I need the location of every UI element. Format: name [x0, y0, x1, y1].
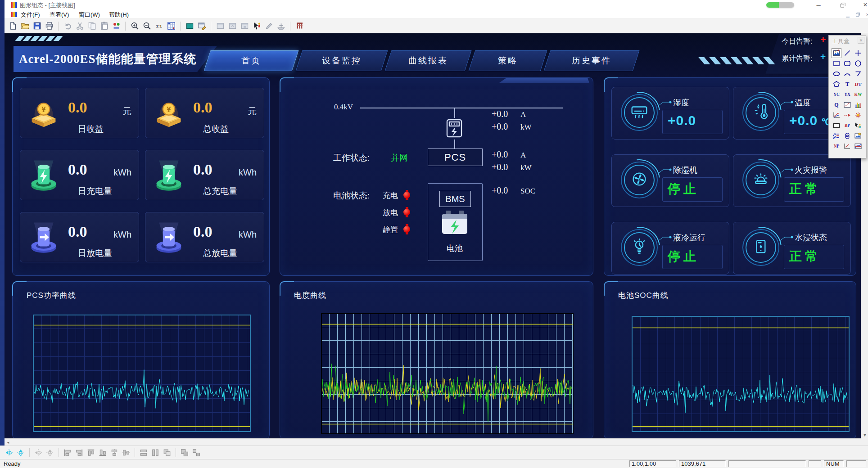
align-toolbar-ungroup-button[interactable] — [192, 448, 201, 457]
align-toolbar-same-width-button[interactable] — [139, 448, 148, 457]
toolbar-cursor-object-button[interactable] — [252, 22, 261, 31]
tool-rectangle[interactable] — [832, 58, 841, 68]
scroll-left-button[interactable]: ◂ — [5, 439, 12, 446]
toolbar-zoom-1-1-button[interactable]: 1:1 — [154, 22, 163, 31]
toolbar-save-button[interactable] — [32, 22, 41, 31]
tool-datetime[interactable]: DT — [853, 79, 863, 89]
scroll-down-button[interactable]: ▼ — [861, 432, 868, 438]
tab-device-monitor[interactable]: 设备监控 — [299, 50, 384, 71]
tool-rounded-rectangle[interactable] — [842, 58, 852, 68]
tab-curve-report[interactable]: 曲线报表 — [388, 50, 468, 71]
toolbox-close-button[interactable]: ✕ — [858, 37, 864, 44]
align-toolbar-align-center-horizontal-button[interactable] — [110, 448, 119, 457]
pcs-box[interactable]: PCS — [428, 148, 483, 166]
toolbar-open-button[interactable] — [20, 22, 29, 31]
alignment-toolbar — [0, 446, 868, 459]
tool-polyline[interactable] — [853, 69, 863, 79]
align-toolbar-align-center-vertical-button[interactable] — [122, 448, 131, 457]
toolbar-cut-button[interactable] — [75, 22, 84, 31]
stat-card-total-discharge: 0.0 kWh 总放电量 — [145, 212, 264, 262]
align-toolbar-flip-vertical-button[interactable] — [16, 448, 25, 457]
align-toolbar-align-right-button[interactable] — [75, 448, 84, 457]
menu-help[interactable]: 帮助(H) — [109, 11, 129, 19]
menu-file[interactable]: 文件(F) — [21, 11, 40, 19]
tool-polygon[interactable] — [832, 79, 841, 89]
tool-line[interactable] — [842, 48, 852, 58]
tool-text[interactable]: T — [842, 79, 852, 89]
tool-crosshair[interactable] — [853, 48, 863, 58]
mdi-close-button[interactable]: × — [863, 12, 868, 18]
toolbar-new-button[interactable] — [8, 22, 17, 31]
mdi-minimize-button[interactable]: ▁ — [844, 12, 852, 18]
tool-alarm-lamp[interactable] — [853, 110, 863, 120]
toolbar-undo-button[interactable] — [63, 22, 72, 31]
toolbar-zoom-out-button[interactable] — [142, 22, 151, 31]
align-toolbar-group-button[interactable] — [180, 448, 189, 457]
tool-bar-chart[interactable] — [853, 100, 863, 110]
tool-bitmap-editor[interactable] — [853, 131, 863, 141]
toolbar-paste-button[interactable] — [99, 22, 108, 31]
tool-ellipse[interactable] — [832, 69, 841, 79]
tab-history-events[interactable]: 历史事件 — [547, 50, 636, 71]
toolbar-zoom-in-button[interactable] — [130, 22, 139, 31]
toolbar-grid-view-button[interactable] — [167, 22, 176, 31]
tool-trend-mini[interactable] — [842, 141, 852, 151]
toolbar-screen-save-button[interactable] — [240, 22, 249, 31]
toolbar-draw-tool-button[interactable] — [276, 22, 285, 31]
tool-transformer[interactable] — [842, 131, 852, 141]
close-button[interactable]: × — [855, 0, 868, 10]
align-toolbar-same-height-button[interactable] — [151, 448, 160, 457]
align-toolbar-align-bottom-button[interactable] — [98, 448, 107, 457]
toolbar-color-marks-button[interactable] — [112, 22, 121, 31]
tool-telemetry-yc[interactable]: YC — [832, 90, 841, 99]
toolbar-print-button[interactable] — [45, 22, 54, 31]
title-progress-toggle[interactable] — [766, 2, 794, 8]
toolbar-screen-window-button[interactable] — [216, 22, 225, 31]
label-connector — [779, 100, 794, 107]
tool-flow-arrow[interactable] — [842, 110, 852, 120]
decorative-stripe — [741, 57, 753, 64]
toolbar-fill-rect-button[interactable] — [185, 22, 194, 31]
tool-quality-q[interactable]: Q — [832, 100, 841, 110]
tool-object-pick[interactable] — [853, 121, 863, 130]
tool-trend-chart[interactable] — [842, 100, 852, 110]
align-toolbar-align-left-button[interactable] — [63, 448, 72, 457]
mdi-restore-button[interactable] — [854, 12, 862, 18]
tool-curve-chart[interactable] — [832, 110, 841, 120]
align-toolbar-align-top-button[interactable] — [86, 448, 95, 457]
tab-home[interactable]: 首页 — [207, 50, 295, 71]
tool-circle[interactable] — [853, 58, 863, 68]
align-toolbar-mirror-horizontal-button[interactable] — [34, 448, 43, 457]
minimize-button[interactable]: ─ — [809, 0, 828, 10]
toolbar-copy-button[interactable] — [87, 22, 96, 31]
tool-coil-list[interactable] — [832, 131, 841, 141]
bms-box[interactable]: BMS — [439, 191, 471, 207]
horizontal-scrollbar[interactable]: ◂ — [5, 438, 861, 446]
menu-window[interactable]: 窗口(W) — [79, 11, 100, 19]
label-connector — [779, 235, 794, 242]
align-toolbar-flip-horizontal-button[interactable] — [5, 448, 14, 457]
label-connector — [779, 167, 794, 175]
menu-view[interactable]: 查看(V) — [50, 11, 69, 19]
decorative-stripe — [720, 57, 732, 64]
toolbar-properties-button[interactable] — [197, 22, 206, 31]
align-toolbar-same-size-button[interactable] — [163, 448, 172, 457]
tool-arc[interactable] — [842, 69, 852, 79]
tool-bitmap[interactable] — [832, 48, 841, 58]
daily-revenue-label: 日收益 — [78, 123, 104, 135]
tab-strategy[interactable]: 策略 — [472, 50, 544, 71]
align-toolbar-mirror-vertical-button[interactable] — [45, 448, 54, 457]
toolbar-fence-grid-button[interactable] — [295, 22, 304, 31]
tool-button-bp[interactable]: BP — [842, 121, 852, 130]
temperature-ring — [742, 94, 779, 131]
restore-button[interactable] — [833, 0, 853, 10]
tool-tag-np[interactable]: NP — [832, 141, 841, 151]
tool-curve-mini[interactable] — [853, 141, 863, 151]
toolbar-draw-edit-button[interactable] — [264, 22, 273, 31]
tool-telesignal-yx[interactable]: YX — [842, 90, 852, 99]
toolbar-screen-open-button[interactable] — [228, 22, 237, 31]
tool-energy-kwh[interactable]: KW — [853, 90, 863, 99]
label-connector — [657, 100, 673, 107]
tool-panel-rect[interactable] — [832, 121, 841, 130]
pcs-power-unit: kW — [520, 163, 532, 172]
